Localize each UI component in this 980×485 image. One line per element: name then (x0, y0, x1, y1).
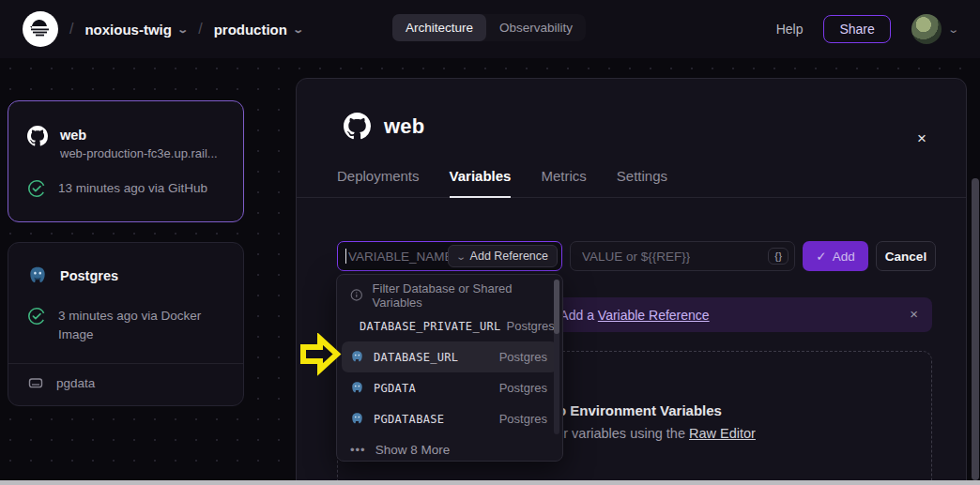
success-check-icon (27, 179, 46, 198)
add-reference-button[interactable]: ⌄ Add Reference (448, 245, 558, 267)
variable-name-input[interactable]: VARIABLE_NAME ⌄ Add Reference (337, 241, 562, 271)
variable-value-placeholder: VALUE or ${{REF}} (582, 250, 690, 264)
dropdown-show-more[interactable]: ••• Show 8 More (337, 434, 562, 465)
breadcrumb-separator: / (69, 21, 73, 38)
tab-deployments[interactable]: Deployments (337, 168, 420, 197)
variable-value-input[interactable]: VALUE or ${{REF}} {} (570, 241, 795, 271)
ellipsis-icon: ••• (350, 443, 366, 457)
page-scrollbar-thumb[interactable] (972, 178, 979, 480)
volume-disk-icon (27, 374, 44, 391)
success-check-icon (27, 307, 46, 326)
tab-observability[interactable]: Observability (486, 14, 586, 41)
tab-settings[interactable]: Settings (617, 168, 667, 197)
deploy-status: 3 minutes ago via Docker Image (58, 307, 208, 344)
chevron-down-icon: ⌄ (292, 23, 304, 36)
account-menu[interactable]: ⌄ (911, 14, 957, 44)
chevron-down-icon: ⌄ (456, 251, 467, 262)
postgres-icon (350, 350, 364, 364)
variable-suggestions-dropdown: Filter Database or Shared Variables DATA… (336, 274, 563, 462)
close-icon[interactable]: × (917, 130, 926, 146)
tab-variables[interactable]: Variables (450, 168, 512, 197)
add-variable-button[interactable]: ✓ Add (803, 241, 868, 271)
railway-logo[interactable] (23, 11, 58, 47)
window-bottom-edge (0, 480, 980, 485)
panel-tabs: Deployments Variables Metrics Settings (297, 140, 966, 198)
help-link[interactable]: Help (776, 22, 804, 37)
railway-logo-icon (28, 17, 53, 41)
dropdown-scrollbar-thumb[interactable] (554, 280, 559, 334)
variable-name-placeholder: VARIABLE_NAME (348, 250, 448, 264)
dropdown-filter-hint: Filter Database or Shared Variables (337, 280, 562, 311)
banner-close-icon[interactable]: × (910, 306, 918, 322)
breadcrumb-separator: / (198, 21, 202, 38)
postgres-icon (27, 265, 48, 286)
dropdown-item-database-private-url[interactable]: DATABASE_PRIVATE_URL Postgres (337, 311, 562, 341)
tab-metrics[interactable]: Metrics (541, 168, 586, 197)
cancel-button[interactable]: Cancel (876, 241, 936, 271)
raw-editor-link[interactable]: Raw Editor (689, 426, 756, 441)
dropdown-item-pgdata[interactable]: PGDATA Postgres (337, 372, 562, 403)
service-title: Postgres (60, 266, 118, 285)
service-title: web (60, 126, 218, 144)
github-icon (27, 126, 48, 146)
check-icon: ✓ (816, 249, 826, 264)
info-icon (350, 288, 363, 302)
braces-editor-button[interactable]: {} (768, 248, 789, 265)
service-card-postgres[interactable]: Postgres 3 minutes ago via Docker Image … (8, 242, 244, 406)
highlight-arrow-icon (298, 333, 343, 376)
postgres-icon (350, 412, 364, 426)
tab-architecture[interactable]: Architecture (392, 14, 486, 41)
service-card-web[interactable]: web web-production-fc3e.up.rail... 13 mi… (8, 100, 244, 222)
view-toggle: Architecture Observability (392, 14, 586, 41)
top-navbar: / noxious-twig ⌄ / production ⌄ Architec… (0, 0, 980, 58)
postgres-icon (350, 381, 364, 395)
service-domain: web-production-fc3e.up.rail... (60, 144, 218, 162)
chevron-down-icon: ⌄ (176, 23, 189, 36)
volume-name: pgdata (56, 376, 95, 390)
dropdown-item-database-url[interactable]: DATABASE_URL Postgres (342, 341, 558, 372)
breadcrumb-project[interactable]: noxious-twig ⌄ (84, 22, 187, 38)
share-button[interactable]: Share (823, 15, 890, 43)
panel-title: web (384, 114, 424, 139)
deploy-status: 13 minutes ago via GitHub (58, 179, 207, 198)
github-icon (344, 113, 371, 140)
avatar (911, 14, 942, 44)
variable-reference-link[interactable]: Variable Reference (598, 308, 710, 323)
text-caret (345, 249, 346, 264)
chevron-down-icon: ⌄ (947, 23, 959, 36)
breadcrumb-environment[interactable]: production ⌄ (214, 22, 303, 38)
dropdown-item-pgdatabase[interactable]: PGDATABASE Postgres (337, 403, 562, 434)
banner-text: Add a Variable Reference (559, 308, 709, 323)
